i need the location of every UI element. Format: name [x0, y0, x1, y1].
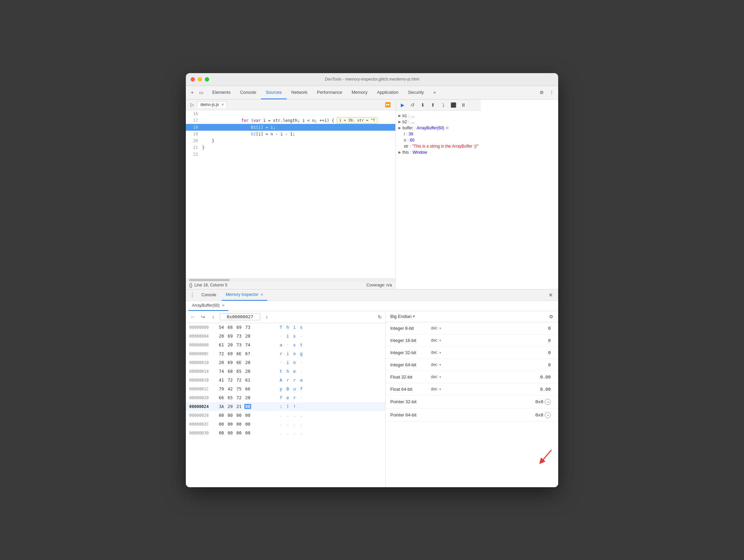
- vp-row-int16: Integer 16-bit dec ▾ 0: [386, 335, 558, 347]
- tab-console[interactable]: Console: [235, 86, 261, 99]
- debug-variables: ▶ b1 : … ▶ b2 : … ▶ buffer : ArrayBuffer…: [396, 111, 481, 157]
- minimize-button[interactable]: [198, 77, 202, 82]
- status-left: {} Line 18, Column 5: [189, 282, 227, 288]
- hex-ascii: A r r a: [279, 378, 303, 383]
- tab-memory-inspector[interactable]: Memory Inspector ✕: [222, 289, 267, 301]
- devtools-nav-left: ⌖ ▭: [189, 89, 205, 96]
- file-tab-close[interactable]: ✕: [221, 103, 224, 107]
- int32-format: dec ▾: [431, 350, 444, 355]
- close-panel-icon[interactable]: ✕: [546, 292, 555, 298]
- deactivate-button[interactable]: ⬛: [449, 101, 457, 109]
- editor-panel: ▷ demo-js.js ✕ ⏩ 16 17 for (var i = str.…: [186, 100, 396, 289]
- file-tab-demo-js[interactable]: demo-js.js ✕: [197, 101, 227, 108]
- horizontal-scrollbar[interactable]: [186, 278, 395, 281]
- int64-value: 0: [548, 362, 553, 367]
- ptr32-navigate-icon[interactable]: →: [545, 399, 551, 405]
- address-input[interactable]: [220, 313, 260, 320]
- tab-network[interactable]: Network: [287, 86, 312, 99]
- cursor-icon[interactable]: ⌖: [189, 89, 196, 96]
- history-forward-icon[interactable]: ↪: [199, 313, 207, 321]
- tab-sources[interactable]: Sources: [261, 86, 287, 99]
- var-n: n : 60: [398, 137, 478, 143]
- endian-label: Big Endian: [390, 314, 412, 319]
- tab-more[interactable]: »: [429, 86, 440, 99]
- step-into-button[interactable]: ⬇: [419, 101, 427, 109]
- vp-row-float64: Float 64-bit dec ▾ 0.00: [386, 383, 558, 395]
- line-number: 17: [189, 118, 198, 123]
- hex-row-10: 00000010 20 69 6E 20 · i n ·: [186, 358, 385, 367]
- hex-ascii: t h e ·: [279, 369, 303, 374]
- expand-arrow[interactable]: ▶: [398, 120, 401, 124]
- hex-ascii: a · s t: [279, 342, 303, 347]
- file-forward-icon[interactable]: ⏩: [383, 101, 393, 108]
- devtools-window: DevTools - memory-inspector.glitch.me/de…: [186, 73, 558, 487]
- history-back-icon[interactable]: ↩: [189, 313, 197, 321]
- close-button[interactable]: [191, 77, 195, 82]
- hex-address: 00000014: [189, 369, 218, 374]
- hex-row-2c: 0000002C 00 00 00 00 . . . .: [186, 420, 385, 429]
- var-str: str : "This is a string in the ArrayBuff…: [398, 143, 478, 149]
- tab-application[interactable]: Application: [372, 86, 403, 99]
- hex-ascii: · i n ·: [279, 360, 303, 365]
- hex-bytes: 66 65 72 20: [218, 395, 276, 400]
- scrollbar-thumb[interactable]: [189, 279, 230, 281]
- hex-address: 00000028: [189, 413, 218, 418]
- more-options-icon[interactable]: ⋮: [548, 89, 555, 96]
- resume-button[interactable]: ▶: [398, 101, 407, 109]
- expand-arrow[interactable]: ▶: [398, 114, 401, 117]
- line-number: 21: [189, 145, 198, 150]
- vp-row-ptr64: Pointer 64-bit 0x0 →: [386, 409, 558, 422]
- tab-console-bottom[interactable]: Console: [197, 289, 220, 301]
- hex-ascii: · i s ·: [279, 333, 303, 339]
- expand-arrow[interactable]: ▶: [398, 126, 401, 130]
- vp-row-int64: Integer 64-bit dec ▾ 0: [386, 359, 558, 371]
- expand-arrow[interactable]: ▶: [398, 150, 401, 154]
- value-panel: Big Endian ▾ ⚙ Integer 8-bit dec ▾ 0: [386, 311, 558, 487]
- tab-performance[interactable]: Performance: [312, 86, 347, 99]
- play-icon[interactable]: ▷: [189, 101, 196, 108]
- endian-dropdown-icon: ▾: [413, 314, 415, 319]
- titlebar: DevTools - memory-inspector.glitch.me/de…: [186, 73, 558, 86]
- hex-address: 0000000C: [189, 351, 218, 356]
- ptr64-navigate-icon[interactable]: →: [545, 412, 551, 418]
- value-rows: Integer 8-bit dec ▾ 0 Integer 16-bit dec…: [386, 322, 558, 487]
- array-buffer-tab[interactable]: ArrayBuffer(60) ✕: [189, 301, 228, 311]
- int16-label: Integer 16-bit: [390, 338, 428, 343]
- maximize-button[interactable]: [205, 77, 209, 82]
- hex-bytes: 54 68 69 73: [218, 325, 276, 330]
- hex-address: 00000020: [189, 395, 218, 400]
- settings-icon[interactable]: ⚙: [538, 89, 545, 96]
- hex-row-30: 00000030 00 00 00 00 . . . .: [186, 429, 385, 437]
- int32-value: 0: [548, 350, 553, 355]
- main-tab-list: Elements Console Sources Network Perform…: [207, 86, 538, 99]
- mobile-icon[interactable]: ▭: [197, 89, 205, 96]
- pause-button[interactable]: ⏸: [459, 101, 467, 109]
- tab-memory[interactable]: Memory: [347, 86, 372, 99]
- inspect-buffer-icon[interactable]: ⊞: [446, 126, 448, 130]
- hex-bytes: 41 72 72 61: [218, 378, 276, 383]
- hex-row-24: 00000024 3A 29 21 00 : ) ! .: [186, 402, 385, 411]
- var-b1: ▶ b1 : …: [398, 113, 478, 119]
- step-out-button[interactable]: ⬆: [429, 101, 437, 109]
- step-button[interactable]: ⤵: [439, 101, 447, 109]
- vp-row-float32: Float 32-bit dec ▾ 0.00: [386, 371, 558, 383]
- tab-security[interactable]: Security: [403, 86, 429, 99]
- endian-selector[interactable]: Big Endian ▾: [390, 314, 415, 319]
- array-buffer-close[interactable]: ✕: [222, 303, 225, 308]
- step-over-button[interactable]: ↺: [409, 101, 417, 109]
- refresh-icon[interactable]: ↻: [378, 314, 382, 320]
- hex-bytes: 3A 29 21 00: [218, 404, 276, 409]
- curly-braces-icon: {}: [189, 282, 192, 288]
- hex-bytes: 61 20 73 74: [218, 342, 276, 347]
- vp-row-int8: Integer 8-bit dec ▾ 0: [386, 322, 558, 335]
- tab-elements[interactable]: Elements: [207, 86, 235, 99]
- hex-bytes: 20 69 73 20: [218, 333, 276, 339]
- nav-next-icon[interactable]: ›: [263, 313, 270, 321]
- hex-ascii: . . . .: [279, 430, 303, 435]
- nav-prev-icon[interactable]: ‹: [210, 313, 217, 321]
- value-panel-settings-icon[interactable]: ⚙: [549, 314, 553, 319]
- memory-inspector-close[interactable]: ✕: [260, 293, 263, 297]
- hex-row-8: 00000008 61 20 73 74 a · s t: [186, 341, 385, 349]
- editor-status-bar: {} Line 18, Column 5 Coverage: n/a: [186, 281, 395, 289]
- bottom-menu-icon[interactable]: ⋮: [189, 291, 196, 299]
